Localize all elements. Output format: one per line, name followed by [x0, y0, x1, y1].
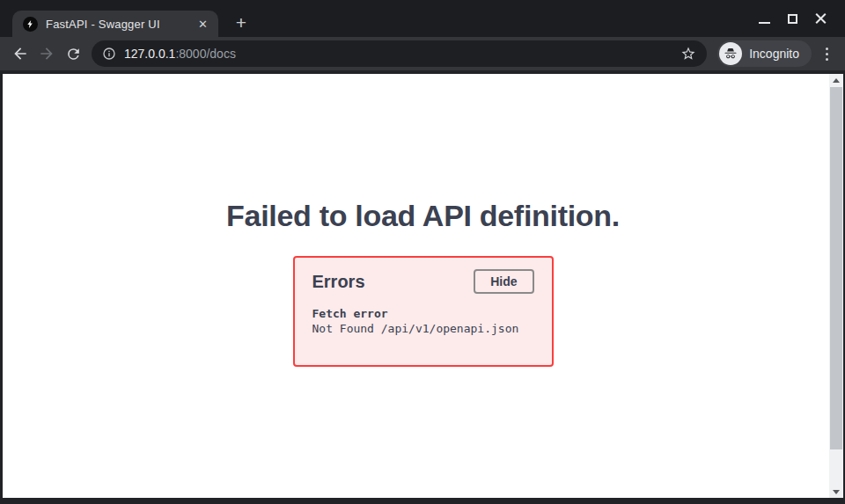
browser-menu-button[interactable]	[815, 40, 838, 67]
window-controls	[750, 0, 834, 37]
swagger-ui-content: Failed to load API definition. Errors Hi…	[3, 74, 843, 367]
hide-button[interactable]: Hide	[474, 269, 533, 294]
tab-close-icon[interactable]: ✕	[196, 17, 209, 32]
tab-title: FastAPI - Swagger UI	[46, 18, 188, 31]
forward-button[interactable]	[33, 40, 60, 67]
incognito-icon	[719, 42, 742, 65]
error-type: Fetch error	[312, 307, 534, 322]
close-icon	[815, 13, 827, 25]
browser-toolbar: 127.0.0.1:8000/docs Incognito	[0, 37, 845, 72]
fastapi-favicon-icon	[23, 17, 38, 32]
scroll-up-button[interactable]	[829, 74, 843, 86]
browser-window: FastAPI - Swagger UI ✕ + 127.0.0.1:8000/…	[0, 0, 845, 504]
info-icon	[102, 47, 116, 61]
url-bar[interactable]: 127.0.0.1:8000/docs	[92, 40, 707, 67]
titlebar: FastAPI - Swagger UI ✕ +	[0, 0, 845, 37]
forward-arrow-icon	[38, 45, 55, 62]
star-outline-icon	[680, 46, 696, 62]
minimize-icon	[759, 22, 770, 24]
error-detail: Fetch error Not Found /api/v1/openapi.js…	[312, 307, 534, 337]
url-path: :8000/docs	[175, 47, 236, 61]
reload-button[interactable]	[60, 40, 86, 67]
scrollbar-thumb[interactable]	[830, 87, 842, 449]
maximize-button[interactable]	[778, 0, 806, 37]
back-button[interactable]	[7, 40, 33, 67]
kebab-menu-icon	[826, 47, 828, 50]
reload-icon	[65, 46, 82, 62]
errors-panel: Errors Hide Fetch error Not Found /api/v…	[293, 256, 554, 367]
page-title: Failed to load API definition.	[226, 199, 620, 233]
new-tab-button[interactable]: +	[229, 11, 254, 35]
close-button[interactable]	[806, 0, 834, 37]
url-host: 127.0.0.1	[124, 47, 175, 61]
minimize-button[interactable]	[750, 0, 778, 37]
vertical-scrollbar[interactable]	[829, 74, 843, 498]
incognito-badge: Incognito	[717, 40, 812, 67]
scroll-up-icon	[833, 78, 840, 83]
bookmark-star-button[interactable]	[680, 46, 696, 62]
scroll-down-button[interactable]	[829, 486, 843, 498]
back-arrow-icon	[11, 45, 29, 62]
page-viewport: Failed to load API definition. Errors Hi…	[3, 74, 843, 498]
url-text: 127.0.0.1:8000/docs	[124, 47, 236, 61]
errors-title: Errors	[312, 272, 365, 292]
errors-panel-header: Errors Hide	[312, 269, 534, 294]
maximize-icon	[788, 14, 797, 24]
scroll-down-icon	[833, 490, 840, 494]
error-message: Not Found /api/v1/openapi.json	[312, 322, 534, 337]
browser-tab[interactable]: FastAPI - Swagger UI ✕	[12, 11, 218, 37]
incognito-label: Incognito	[749, 47, 799, 61]
